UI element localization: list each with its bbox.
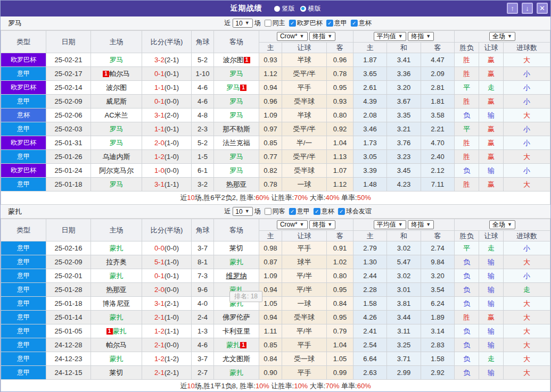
fulltime-score: 0-1 <box>154 70 165 78</box>
away-team-name[interactable]: 维罗纳 <box>226 272 247 280</box>
filter-group: 近10▼场同客✓意甲✓意杯✓球会友谊 <box>224 207 371 216</box>
score-cell: 0-0(0-0) <box>142 241 192 255</box>
summary-value: 70% <box>325 382 339 390</box>
avg-away: 2.12 <box>421 164 455 178</box>
summary-text: 单率: <box>339 382 357 390</box>
column-header: 主场 <box>91 219 142 241</box>
summary-value: 10 <box>187 194 194 202</box>
match-date: 25-01-14 <box>46 311 91 324</box>
odds-source-select[interactable]: Crow*▼ <box>277 220 308 229</box>
summary-text: 大率: <box>308 194 325 202</box>
column-header: 角球 <box>192 31 214 53</box>
close-button[interactable]: ✕ <box>537 3 548 14</box>
match-row: 意杯25-02-06AC米兰3-1(2-0)4-8罗马1.09半球0.802.0… <box>1 109 550 122</box>
league-checkbox-3[interactable]: ✓意杯 <box>351 19 372 28</box>
match-date: 24-12-15 <box>46 366 91 380</box>
column-header: 日期 <box>46 219 91 241</box>
chevron-down-icon: ▼ <box>398 222 403 227</box>
avg-source-select[interactable]: 平均值▼ <box>374 32 406 41</box>
league-badge: 意甲 <box>1 269 46 283</box>
home-team-cell: AC米兰 <box>91 109 142 122</box>
league-checkbox-1[interactable]: ✓意甲 <box>289 207 310 216</box>
away-team-name: 蒙扎 <box>226 341 240 349</box>
summary-text: 场,胜1平1负8, 胜率: <box>195 382 256 390</box>
away-team-cell: 罗马 <box>214 109 259 122</box>
fulltime-select[interactable]: 全场▼ <box>489 32 515 41</box>
result-winlose: 负 <box>455 338 479 352</box>
away-team-cell: 罗马 <box>214 95 259 109</box>
corner-count: 3-7 <box>192 241 214 255</box>
corner-count: 5-2 <box>192 136 214 150</box>
corner-count: 3-7 <box>192 352 214 366</box>
score-cell: 1-0(0-0) <box>142 164 192 178</box>
league-badge: 欧罗巴杯 <box>1 136 46 150</box>
halftime-score: (0-0) <box>165 341 179 349</box>
avg-away: 2.74 <box>421 241 455 255</box>
fulltime-score: 5-1 <box>154 258 165 266</box>
away-team-cell: 蒙扎 <box>214 255 259 269</box>
result-winlose: 负 <box>455 255 479 269</box>
corner-count: 2-7 <box>192 366 214 380</box>
result-handicap: 赢 <box>479 150 504 164</box>
column-header: 主场 <box>91 31 142 53</box>
league-checkbox-2[interactable]: ✓意杯 <box>314 207 334 216</box>
result-group-header: 全场▼ <box>455 219 550 231</box>
league-checkbox-3[interactable]: ✓球会友谊 <box>338 207 372 216</box>
league-badge: 意杯 <box>1 109 46 122</box>
matches-label: 场 <box>254 207 261 216</box>
match-row: 意甲25-02-03罗马1-1(0-1)2-3那不勒斯0.97受平/半0.923… <box>1 122 550 136</box>
summary-text: 让胜率: <box>269 382 294 390</box>
arrow-down-icon: ↓ <box>525 4 529 12</box>
odds-home: 0.85 <box>259 136 282 150</box>
same-venue-checkbox[interactable]: 同主 <box>265 19 285 28</box>
away-team-name: 蒙扎 <box>229 369 243 377</box>
fulltime-select[interactable]: 全场▼ <box>489 220 515 229</box>
home-team-name: 蒙扎 <box>110 272 124 280</box>
match-count-select[interactable]: 10▼ <box>232 19 252 28</box>
checkbox-checked-icon: ✓ <box>326 20 333 27</box>
odds-handicap: 受平/半 <box>282 150 327 164</box>
avg-draw: 3.25 <box>387 338 421 352</box>
score-cell: 1-2(1-2) <box>142 352 192 366</box>
avg-draw: 3.35 <box>387 109 421 122</box>
odds-home: 0.97 <box>259 122 282 136</box>
avg-away: 4.47 <box>421 53 455 67</box>
home-team-name: 博洛尼亚 <box>103 299 130 307</box>
arrow-up-icon: ↑ <box>511 4 514 12</box>
league-checkbox-1[interactable]: ✓欧罗巴杯 <box>289 19 323 28</box>
match-count-select[interactable]: 10▼ <box>232 207 252 216</box>
same-venue-checkbox[interactable]: 同客 <box>265 207 285 216</box>
result-handicap: 赢 <box>479 122 504 136</box>
layout-horizontal-radio[interactable]: 横版 <box>300 4 321 13</box>
move-down-button[interactable]: ↓ <box>522 3 533 14</box>
avg-away: 3.14 <box>421 324 455 338</box>
match-date: 25-02-14 <box>46 81 91 95</box>
halftime-score: (0-0) <box>165 244 179 252</box>
fulltime-score: 0-0 <box>154 244 165 252</box>
team-name: 蒙扎 <box>8 207 22 216</box>
result-winlose: 平 <box>455 241 479 255</box>
fulltime-score: 0-1 <box>154 97 165 105</box>
odds-stage-select[interactable]: 终指▼ <box>309 220 335 229</box>
league-checkbox-2[interactable]: ✓意甲 <box>326 19 347 28</box>
odds-away: 0.92 <box>327 122 353 136</box>
avg-source-select[interactable]: 平均值▼ <box>374 220 406 229</box>
score-cell: 3-1(2-1) <box>142 297 192 311</box>
result-handicap: 输 <box>479 297 504 311</box>
radio-unselected-icon <box>274 6 280 12</box>
avg-stage-select[interactable]: 终指▼ <box>408 32 434 41</box>
result-winlose: 负 <box>455 352 479 366</box>
chevron-down-icon: ▼ <box>398 34 403 39</box>
corner-count: 9-6 <box>192 283 214 297</box>
halftime-score: (0-0) <box>165 286 179 294</box>
layout-vertical-radio[interactable]: 竖版 <box>274 4 295 13</box>
home-team-name: 威尼斯 <box>106 97 127 105</box>
odds-stage-select[interactable]: 终指▼ <box>309 32 335 41</box>
score-cell: 1-1(0-1) <box>142 122 192 136</box>
halftime-score: (1-0) <box>165 313 179 321</box>
odds-source-select[interactable]: Crow*▼ <box>277 32 308 41</box>
avg-stage-select[interactable]: 终指▼ <box>408 220 434 229</box>
recent-results-panel: 近期战绩 竖版 横版 ↑ ↓ ✕ 罗马近10▼场同主✓欧罗巴杯✓意甲✓意杯类型日… <box>0 0 551 392</box>
move-up-button[interactable]: ↑ <box>507 3 518 14</box>
away-team-name: 罗马 <box>229 153 243 161</box>
